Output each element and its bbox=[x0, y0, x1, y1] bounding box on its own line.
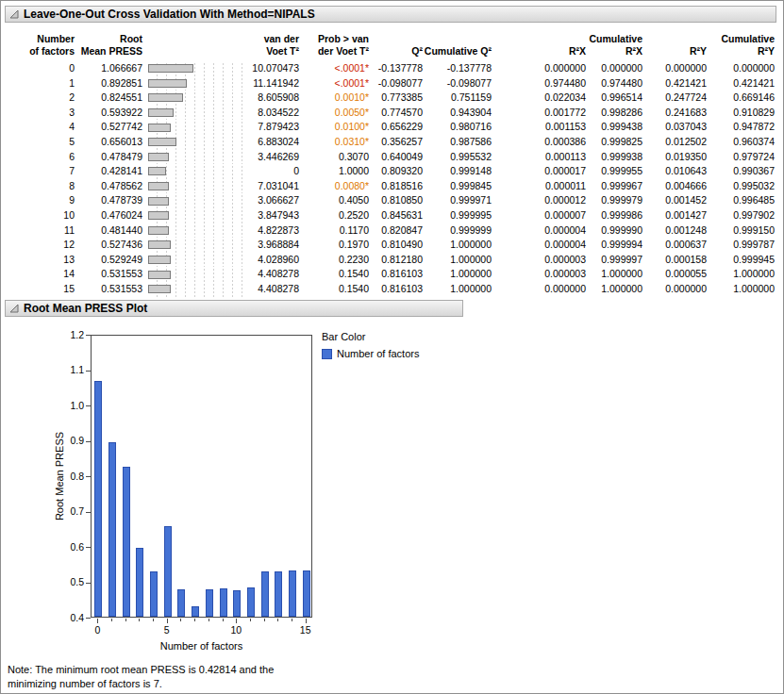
prob-value: 0.0080* bbox=[299, 179, 369, 194]
table-row[interactable]: 90.4787393.0666270.40500.8108500.9999710… bbox=[20, 193, 775, 208]
van-der-voet-t2-value: 3.066627 bbox=[244, 193, 299, 208]
chart-bar[interactable] bbox=[275, 571, 282, 617]
chart-bar[interactable] bbox=[247, 587, 255, 617]
cumulative-r2y-value: 0.999150 bbox=[707, 223, 775, 239]
table-row[interactable]: 40.5277427.8794230.0100*0.6562290.980716… bbox=[20, 120, 775, 135]
note-text: Note: The minimum root mean PRESS is 0.4… bbox=[8, 663, 309, 690]
van-der-voet-t2-value: 11.141942 bbox=[244, 76, 299, 91]
prob-value: 0.2230 bbox=[299, 253, 369, 268]
cumulative-r2y-value: 0.996485 bbox=[707, 193, 775, 208]
chart-bar[interactable] bbox=[206, 589, 213, 617]
table-row[interactable]: 60.4784793.4462690.30700.6400490.9955320… bbox=[20, 150, 775, 165]
cumulative-r2x-value: 0.999990 bbox=[586, 223, 642, 239]
y-tick-label: 0.8 bbox=[48, 471, 84, 482]
factors-value: 4 bbox=[20, 120, 75, 135]
cumulative-r2y-value: 0.990367 bbox=[707, 164, 775, 179]
disclosure-triangle-icon[interactable] bbox=[9, 9, 19, 19]
chart-bar[interactable] bbox=[192, 606, 199, 617]
cumulative-q2-value: 0.999148 bbox=[423, 164, 492, 179]
x-tick-mark-minor bbox=[194, 619, 195, 621]
cumulative-q2-value: 0.751159 bbox=[423, 91, 492, 106]
press-bar bbox=[148, 271, 171, 279]
table-row[interactable]: 70.42814101.00000.8093200.9991480.000017… bbox=[20, 164, 775, 179]
x-tick-label: 15 bbox=[287, 624, 325, 636]
chart-bar[interactable] bbox=[94, 381, 102, 617]
section-header-cross-validation[interactable]: Leave-One-Out Cross Validation With Meth… bbox=[5, 6, 776, 23]
prob-value: 0.1170 bbox=[299, 223, 369, 239]
press-value: 0.593922 bbox=[75, 106, 142, 121]
legend-entry[interactable]: Number of factors bbox=[322, 348, 419, 359]
column-header-number-of-factors: Number of factors bbox=[20, 33, 75, 58]
factors-value: 5 bbox=[20, 135, 75, 150]
y-tick-mark bbox=[86, 441, 91, 442]
chart-bar[interactable] bbox=[123, 467, 130, 617]
press-bar-cell bbox=[142, 150, 244, 165]
factors-value: 2 bbox=[20, 91, 75, 106]
column-header-van-der-voet-t2: van der Voet T² bbox=[244, 33, 299, 58]
table-row[interactable]: 80.4785627.0310410.0080*0.8185160.999845… bbox=[20, 179, 775, 194]
factors-value: 12 bbox=[20, 238, 75, 253]
press-bar-cell bbox=[142, 76, 244, 91]
table-row[interactable]: 120.5274363.9688840.19700.8104901.000000… bbox=[20, 238, 775, 253]
y-tick-mark bbox=[86, 512, 91, 513]
chart-bar[interactable] bbox=[289, 570, 296, 617]
r2y-value: 0.001248 bbox=[642, 223, 707, 239]
q2-value: 0.809320 bbox=[369, 164, 423, 179]
cumulative-r2y-value: 1.000000 bbox=[707, 267, 775, 282]
table-row[interactable]: 30.5939228.0345220.0050*0.7745700.943904… bbox=[20, 106, 775, 121]
column-header-root-mean-press: Root Mean PRESS bbox=[75, 33, 142, 58]
r2y-value: 0.421421 bbox=[642, 76, 707, 91]
disclosure-triangle-icon[interactable] bbox=[9, 304, 19, 313]
prob-value: 0.1540 bbox=[299, 267, 369, 282]
factors-value: 8 bbox=[20, 179, 75, 194]
y-tick-label: 0.5 bbox=[48, 576, 84, 587]
chart-bar[interactable] bbox=[220, 588, 227, 617]
chart-bar[interactable] bbox=[177, 589, 185, 617]
prob-value: 0.0310* bbox=[299, 135, 369, 150]
factors-value: 1 bbox=[20, 76, 75, 91]
cumulative-r2y-value: 1.000000 bbox=[707, 282, 775, 297]
press-bar bbox=[148, 240, 171, 249]
column-header-cumulative-r2x: Cumulative R²X bbox=[586, 33, 642, 58]
press-bar-gridlines bbox=[148, 91, 242, 106]
chart-bar[interactable] bbox=[108, 442, 116, 617]
x-tick-mark-minor bbox=[223, 619, 224, 621]
press-bar-cell bbox=[142, 223, 244, 239]
cumulative-r2x-value: 0.998286 bbox=[586, 106, 642, 121]
table-row[interactable]: 150.5315534.4082780.15400.8161031.000000… bbox=[20, 282, 775, 297]
chart-bar[interactable] bbox=[150, 571, 158, 617]
r2x-value: 0.000004 bbox=[492, 223, 586, 239]
chart-bar[interactable] bbox=[261, 571, 269, 617]
press-bar-cell bbox=[142, 179, 244, 194]
table-row[interactable]: 10.89285111.141942<.0001*-0.098077-0.098… bbox=[20, 76, 775, 91]
table-row[interactable]: 50.6560136.8830240.0310*0.3562570.987586… bbox=[20, 135, 775, 150]
prob-value: 0.4050 bbox=[299, 193, 369, 208]
press-bar-cell bbox=[142, 193, 244, 208]
section-header-press-plot[interactable]: Root Mean PRESS Plot bbox=[5, 300, 463, 317]
r2x-value: 0.001772 bbox=[492, 106, 586, 121]
table-row[interactable]: 140.5315534.4082780.15400.8161031.000000… bbox=[20, 267, 775, 282]
table-row[interactable]: 20.8245518.6059080.0010*0.7733850.751159… bbox=[20, 91, 775, 106]
factors-value: 13 bbox=[20, 253, 75, 268]
q2-value: 0.810490 bbox=[369, 238, 423, 253]
cumulative-r2x-value: 1.000000 bbox=[586, 282, 642, 297]
chart-bar[interactable] bbox=[136, 548, 143, 617]
chart-bar[interactable] bbox=[233, 590, 241, 618]
van-der-voet-t2-value: 7.031041 bbox=[244, 179, 299, 194]
press-bar-gridlines bbox=[148, 179, 242, 194]
press-bar-cell bbox=[142, 253, 244, 268]
table-row[interactable]: 100.4760243.8479430.25200.8456310.999995… bbox=[20, 208, 775, 223]
x-tick-mark-minor bbox=[139, 619, 140, 621]
r2x-value: 0.000003 bbox=[492, 267, 586, 282]
q2-value: 0.356257 bbox=[369, 135, 423, 150]
y-tick-mark bbox=[86, 476, 91, 477]
table-row[interactable]: 110.4814404.8228730.11700.8208470.999999… bbox=[20, 223, 775, 239]
chart-bar[interactable] bbox=[164, 526, 172, 617]
r2x-value: 0.022034 bbox=[492, 91, 586, 106]
cumulative-r2x-value: 0.999967 bbox=[586, 179, 642, 194]
table-row[interactable]: 130.5292494.0289600.22300.8121801.000000… bbox=[20, 253, 775, 268]
table-row[interactable]: 01.06666710.070473<.0001*-0.137778-0.137… bbox=[20, 61, 775, 76]
q2-value: 0.818516 bbox=[369, 179, 423, 194]
chart-bar[interactable] bbox=[303, 570, 310, 617]
r2x-value: 0.974480 bbox=[492, 76, 586, 91]
